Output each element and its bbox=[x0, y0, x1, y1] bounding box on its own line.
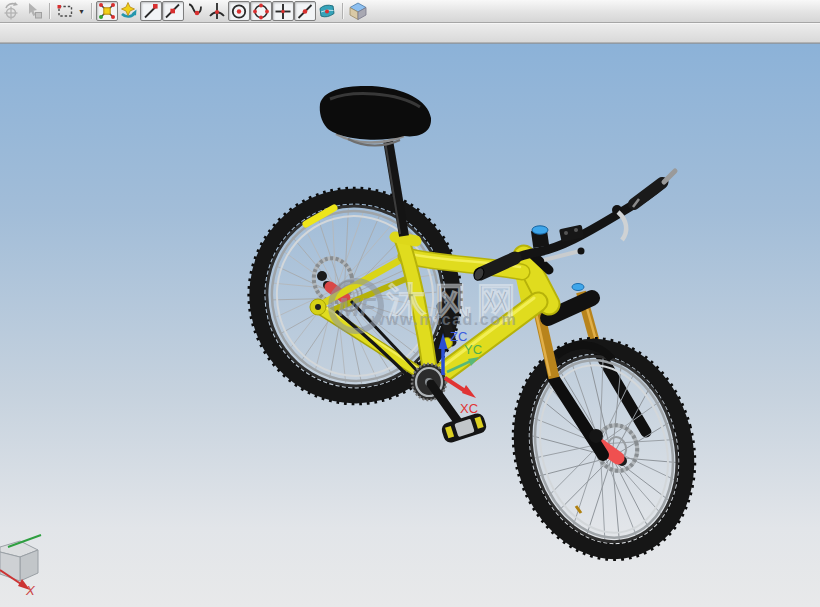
snap-point-on-curve-button[interactable] bbox=[294, 1, 316, 21]
handlebar bbox=[472, 171, 675, 282]
snap-rotate-point-icon bbox=[2, 1, 22, 21]
toolbar-separator bbox=[91, 3, 92, 19]
snap-arc-center-icon bbox=[229, 1, 249, 21]
snap-intersection-button[interactable] bbox=[206, 1, 228, 21]
view-3d-box-button[interactable] bbox=[347, 1, 369, 21]
bell bbox=[531, 226, 549, 248]
snap-arc-center-button[interactable] bbox=[228, 1, 250, 21]
snap-drag-point-button[interactable] bbox=[23, 1, 45, 21]
snap-existing-point-icon bbox=[273, 1, 293, 21]
snap-endpoint-icon bbox=[141, 1, 161, 21]
view-3d-box-icon bbox=[348, 1, 368, 21]
snap-point-enable-icon bbox=[119, 1, 139, 21]
wcs-y-label: YC bbox=[464, 342, 482, 357]
snap-intersection-icon bbox=[207, 1, 227, 21]
view-triad-x-label: X bbox=[25, 583, 36, 598]
snap-point-on-curve-icon bbox=[295, 1, 315, 21]
wcs-x-label: XC bbox=[460, 401, 478, 416]
fork-cap-blue bbox=[572, 284, 584, 291]
toolbar-docking-strip bbox=[0, 23, 820, 43]
cad-application-window: ▾ bbox=[0, 0, 820, 607]
snap-midpoint-icon bbox=[163, 1, 183, 21]
snap-point-on-face-icon bbox=[317, 1, 337, 21]
snap-control-point-button[interactable] bbox=[184, 1, 206, 21]
snap-point-enable-button[interactable] bbox=[118, 1, 140, 21]
front-brake-caliper bbox=[589, 429, 603, 443]
snap-midpoint-button[interactable] bbox=[162, 1, 184, 21]
toolbar-separator bbox=[49, 3, 50, 19]
snap-point-master-icon bbox=[97, 1, 117, 21]
watermark-logo: MF bbox=[338, 292, 377, 322]
watermark-url: www.mfcad.com bbox=[371, 311, 517, 328]
snap-point-on-face-button[interactable] bbox=[316, 1, 338, 21]
snap-endpoint-button[interactable] bbox=[140, 1, 162, 21]
snap-quadrant-point-icon bbox=[251, 1, 271, 21]
snap-drag-point-icon bbox=[24, 1, 44, 21]
snap-existing-point-button[interactable] bbox=[272, 1, 294, 21]
crank-arm bbox=[431, 384, 459, 423]
selection-rectangle-button[interactable] bbox=[54, 1, 76, 21]
pedal[interactable] bbox=[440, 412, 488, 445]
bicycle-3d-model: ZC YC XC X MF 沐风网 www.mfcad.com bbox=[0, 44, 820, 607]
saddle bbox=[320, 86, 431, 146]
view-triad: X bbox=[0, 535, 41, 598]
selection-rectangle-dropdown[interactable]: ▾ bbox=[76, 1, 87, 21]
selection-rectangle-icon bbox=[55, 1, 75, 21]
snap-quadrant-point-button[interactable] bbox=[250, 1, 272, 21]
seat-collar bbox=[395, 237, 416, 241]
snap-point-toolbar: ▾ bbox=[0, 0, 820, 23]
valve-stem bbox=[576, 506, 581, 513]
snap-control-point-icon bbox=[185, 1, 205, 21]
wcs-x-arrow bbox=[462, 385, 476, 398]
snap-point-master-button[interactable] bbox=[96, 1, 118, 21]
rear-brake-caliper bbox=[317, 271, 327, 281]
graphics-viewport[interactable]: ZC YC XC X MF 沐风网 www.mfcad.com bbox=[0, 43, 820, 607]
toolbar-separator bbox=[342, 3, 343, 19]
snap-rotate-point-button[interactable] bbox=[1, 1, 23, 21]
